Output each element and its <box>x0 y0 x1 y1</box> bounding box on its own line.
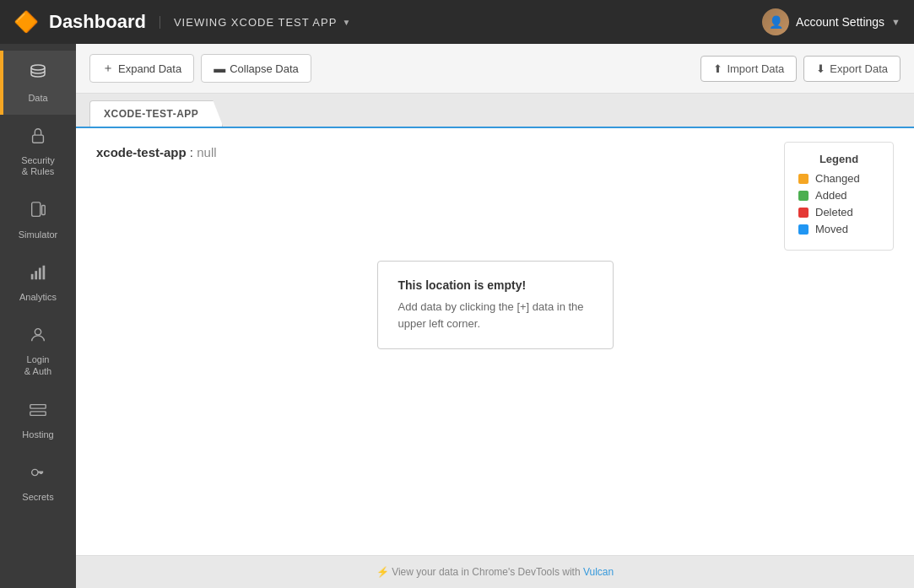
account-settings-button[interactable]: 👤 Account Settings ▼ <box>762 8 900 35</box>
legend-dot-deleted <box>798 208 809 218</box>
legend-title: Legend <box>798 153 879 165</box>
svg-point-0 <box>31 65 45 70</box>
data-key-name: xcode-test-app <box>96 145 187 159</box>
account-chevron-icon: ▼ <box>891 17 900 27</box>
svg-rect-6 <box>39 268 41 280</box>
sidebar-item-label-simulator: Simulator <box>19 229 57 240</box>
sidebar-item-data[interactable]: Data <box>0 51 76 115</box>
avatar: 👤 <box>762 8 789 35</box>
sidebar-item-label-analytics: Analytics <box>19 292 57 302</box>
expand-label: Expand Data <box>118 62 181 75</box>
svg-rect-4 <box>31 274 34 279</box>
legend-label-added: Added <box>815 189 847 202</box>
data-content: xcode-test-app : null Legend Changed Add… <box>76 128 914 555</box>
svg-point-11 <box>32 469 38 475</box>
import-icon: ⬆ <box>713 62 722 75</box>
legend-label-moved: Moved <box>815 223 848 235</box>
vulcan-link[interactable]: Vulcan <box>583 566 614 578</box>
main-layout: Data Security& Rules Simulator <box>0 44 914 588</box>
data-root-entry: xcode-test-app : null <box>96 145 894 159</box>
toolbar-right: ⬆ Import Data ⬇ Export Data <box>700 56 900 82</box>
footer-text-before: View your data in Chrome's DevTools with <box>392 566 583 578</box>
sidebar-item-security[interactable]: Security& Rules <box>0 115 76 189</box>
tab-label: XCODE-TEST-APP <box>104 108 198 120</box>
sidebar-item-label-data: Data <box>28 93 47 103</box>
topbar: 🔶 Dashboard VIEWING XCODE TEST APP ▼ 👤 A… <box>0 0 914 44</box>
data-colon: : <box>190 145 197 159</box>
toolbar-left: ＋ Expand Data ▬ Collapse Data <box>89 54 311 83</box>
logo-text: Dashboard <box>49 11 146 33</box>
account-settings-label: Account Settings <box>796 15 884 29</box>
legend-label-changed: Changed <box>815 172 860 185</box>
sidebar-item-analytics[interactable]: Analytics <box>0 251 76 314</box>
content-area: ＋ Expand Data ▬ Collapse Data ⬆ Import D… <box>76 44 914 588</box>
collapse-data-button[interactable]: ▬ Collapse Data <box>201 54 311 83</box>
export-data-button[interactable]: ⬇ Export Data <box>803 56 900 82</box>
legend-label-deleted: Deleted <box>815 206 853 218</box>
legend-item-moved: Moved <box>798 223 879 235</box>
legend-item-deleted: Deleted <box>798 206 879 218</box>
empty-message-box: This location is empty! Add data by clic… <box>377 261 614 349</box>
expand-data-button[interactable]: ＋ Expand Data <box>89 54 194 83</box>
sidebar-item-label-hosting: Hosting <box>22 429 53 440</box>
sidebar-item-auth[interactable]: Login& Auth <box>0 314 76 388</box>
svg-rect-5 <box>35 272 37 280</box>
import-label: Import Data <box>727 62 784 75</box>
sidebar-item-hosting[interactable]: Hosting <box>0 389 76 451</box>
tab-bar: XCODE-TEST-APP <box>76 100 914 127</box>
legend-dot-added <box>798 191 809 201</box>
import-data-button[interactable]: ⬆ Import Data <box>700 56 797 82</box>
sidebar: Data Security& Rules Simulator <box>0 44 76 588</box>
auth-icon <box>29 326 47 349</box>
collapse-label: Collapse Data <box>230 62 299 75</box>
svg-rect-1 <box>33 135 44 143</box>
empty-title: This location is empty! <box>398 278 592 292</box>
svg-rect-3 <box>42 206 46 215</box>
svg-rect-9 <box>30 404 46 408</box>
data-icon <box>28 62 48 88</box>
svg-rect-2 <box>32 202 41 217</box>
analytics-icon <box>29 263 47 287</box>
legend-dot-changed <box>798 174 809 184</box>
toolbar: ＋ Expand Data ▬ Collapse Data ⬆ Import D… <box>76 44 914 94</box>
data-value: null <box>197 145 216 159</box>
avatar-image: 👤 <box>762 8 789 35</box>
legend-dot-moved <box>798 224 809 235</box>
security-icon <box>29 127 47 150</box>
footer-icon: ⚡ <box>376 566 389 578</box>
svg-rect-7 <box>43 266 46 280</box>
collapse-icon: ▬ <box>214 62 225 75</box>
app-label-text: VIEWING XCODE TEST APP <box>174 16 337 29</box>
topbar-left: 🔶 Dashboard VIEWING XCODE TEST APP ▼ <box>14 10 351 34</box>
data-panel: xcode-test-app : null Legend Changed Add… <box>76 127 914 555</box>
empty-body: Add data by clicking the [+] data in the… <box>398 299 592 332</box>
export-icon: ⬇ <box>816 62 825 75</box>
legend-item-changed: Changed <box>798 172 879 185</box>
tab-xcode-test-app[interactable]: XCODE-TEST-APP <box>89 100 223 127</box>
simulator-icon <box>29 201 47 224</box>
sidebar-item-secrets[interactable]: Secrets <box>0 451 76 514</box>
app-dropdown-chevron: ▼ <box>342 18 351 27</box>
app-label[interactable]: VIEWING XCODE TEST APP ▼ <box>160 16 351 29</box>
export-label: Export Data <box>830 62 888 75</box>
svg-point-8 <box>35 329 41 335</box>
expand-icon: ＋ <box>102 61 114 76</box>
sidebar-item-label-secrets: Secrets <box>22 492 53 502</box>
hosting-icon <box>29 401 47 424</box>
legend-item-added: Added <box>798 189 879 202</box>
legend: Legend Changed Added Deleted <box>784 142 894 251</box>
active-indicator <box>0 51 3 115</box>
secrets-icon <box>29 463 47 487</box>
logo-icon: 🔶 <box>14 10 39 34</box>
sidebar-item-simulator[interactable]: Simulator <box>0 189 76 251</box>
sidebar-item-label-security: Security& Rules <box>21 155 55 177</box>
footer: ⚡ View your data in Chrome's DevTools wi… <box>76 555 914 588</box>
sidebar-item-label-auth: Login& Auth <box>24 354 51 376</box>
svg-rect-10 <box>30 412 46 416</box>
